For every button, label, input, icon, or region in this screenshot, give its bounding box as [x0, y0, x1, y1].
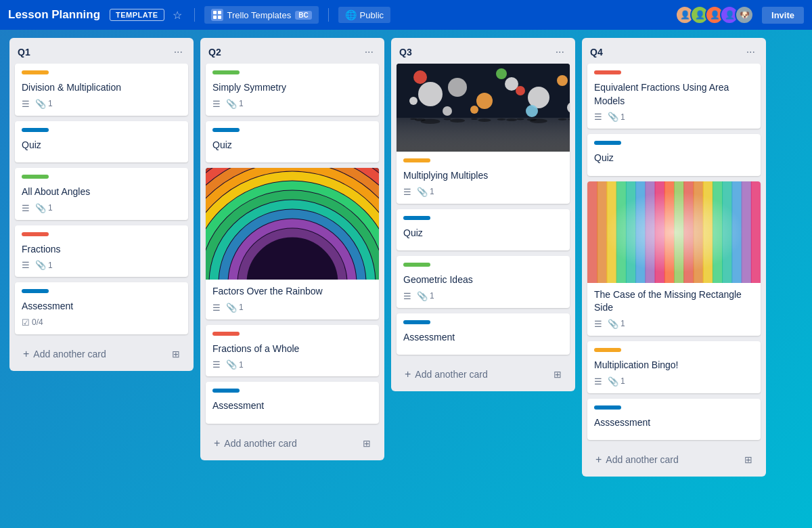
- attachment-count: 📎1: [35, 260, 53, 270]
- card[interactable]: Division & Multiplication☰📎1: [15, 64, 188, 116]
- avatar[interactable]: 🐶: [735, 5, 754, 24]
- card[interactable]: Simply Symmetry☰📎1: [206, 64, 379, 116]
- star-button[interactable]: ☆: [170, 7, 185, 23]
- card-title: Asssessment: [594, 416, 754, 430]
- card-label: [212, 389, 240, 393]
- card[interactable]: Multiplying Multiples☰📎1: [397, 64, 570, 204]
- card-label: [22, 289, 49, 293]
- card-label: [212, 70, 240, 74]
- board-title: Lesson Planning: [8, 8, 100, 22]
- svg-point-23: [470, 106, 478, 114]
- card[interactable]: Quiz: [587, 134, 761, 176]
- column-more-button[interactable]: ···: [553, 45, 567, 60]
- card-cover-spheres: [397, 64, 570, 152]
- card[interactable]: The Case of the Missing Rectangle Side☰📎…: [587, 181, 761, 336]
- add-card-label: Add another card: [224, 438, 296, 449]
- svg-point-6: [450, 118, 465, 123]
- card[interactable]: Quiz: [15, 121, 188, 163]
- card[interactable]: All About Angles☰📎1: [15, 168, 188, 220]
- description-icon: ☰: [212, 303, 221, 313]
- attachment-count: 📎1: [608, 376, 625, 387]
- visibility-button[interactable]: 🌐 Public: [338, 7, 390, 23]
- card-title: Equivalent Fractions Using Area Models: [594, 81, 754, 108]
- card[interactable]: Fractions of a Whole☰📎1: [206, 325, 379, 377]
- archive-icon: ⊞: [554, 369, 562, 380]
- add-card-button[interactable]: +Add another card⊞: [397, 363, 570, 386]
- svg-point-22: [443, 118, 451, 120]
- svg-point-20: [527, 118, 537, 121]
- svg-point-8: [478, 118, 491, 122]
- card[interactable]: Asssessment: [587, 399, 761, 441]
- archive-icon: ⊞: [363, 438, 371, 449]
- card-label: [594, 141, 621, 145]
- card-label: [403, 216, 430, 220]
- description-icon: ☰: [22, 203, 30, 213]
- svg-point-3: [418, 82, 443, 106]
- svg-point-15: [413, 70, 427, 84]
- card[interactable]: Fractions☰📎1: [15, 225, 188, 278]
- card-label: [22, 128, 49, 132]
- checklist-progress: ☑0/4: [22, 317, 43, 328]
- cards-container: Equivalent Fractions Using Area Models☰📎…: [582, 64, 766, 445]
- add-card-button[interactable]: +Add another card⊞: [15, 343, 188, 366]
- card-title: Assessment: [22, 300, 181, 313]
- card-label: [212, 332, 240, 336]
- description-icon: ☰: [594, 376, 602, 387]
- description-icon: ☰: [212, 99, 221, 109]
- card-label: [594, 348, 621, 352]
- card[interactable]: Multiplication Bingo!☰📎1: [587, 341, 761, 393]
- card-label: [22, 232, 49, 236]
- card-label: [594, 405, 621, 410]
- workspace-icon: [211, 9, 223, 21]
- add-card-button[interactable]: +Add another card⊞: [587, 448, 761, 471]
- card-label: [22, 70, 49, 74]
- card-title: All About Angles: [22, 185, 181, 199]
- column-more-button[interactable]: ···: [362, 45, 376, 60]
- card-title: Multiplication Bingo!: [594, 359, 754, 372]
- card[interactable]: Factors Over the Rainbow☰📎1: [206, 168, 379, 320]
- card[interactable]: Assessment: [397, 313, 570, 355]
- svg-point-10: [506, 118, 517, 121]
- card-label: [594, 70, 621, 74]
- column-more-button[interactable]: ···: [171, 45, 185, 60]
- plus-icon: +: [595, 454, 602, 466]
- add-card-button[interactable]: +Add another card⊞: [206, 432, 379, 455]
- card-cover-rainbow: [206, 168, 379, 280]
- svg-point-18: [497, 118, 506, 120]
- svg-point-14: [558, 118, 567, 120]
- card-title: Quiz: [22, 139, 181, 152]
- description-icon: ☰: [22, 260, 30, 270]
- workspace-button[interactable]: Trello Templates BC: [204, 6, 319, 24]
- card[interactable]: Equivalent Fractions Using Area Models☰📎…: [587, 64, 761, 129]
- attachment-count: 📎1: [226, 303, 244, 313]
- svg-point-17: [496, 68, 507, 79]
- card-title: Geometric Ideas: [403, 273, 563, 287]
- invite-button[interactable]: Invite: [762, 7, 804, 24]
- card-cover-corridor: [587, 181, 761, 283]
- card-title: Assessment: [212, 399, 372, 413]
- column-title: Q4: [590, 47, 603, 58]
- workspace-name: Trello Templates: [227, 10, 292, 20]
- add-card-label: Add another card: [33, 349, 106, 359]
- card-title: Division & Multiplication: [22, 81, 181, 95]
- column-q4: Q4···Equivalent Fractions Using Area Mod…: [582, 38, 766, 477]
- attachment-count: 📎1: [226, 359, 244, 370]
- header-divider: [194, 8, 195, 22]
- description-icon: ☰: [594, 319, 602, 329]
- card-label: [22, 175, 49, 179]
- column-more-button[interactable]: ···: [744, 45, 758, 60]
- svg-point-19: [526, 105, 538, 117]
- card[interactable]: Assessment☑0/4: [15, 282, 188, 334]
- card[interactable]: Quiz: [206, 121, 379, 163]
- svg-point-21: [443, 106, 452, 116]
- card[interactable]: Quiz: [397, 209, 570, 251]
- add-card-label: Add another card: [606, 454, 678, 465]
- avatar-group: 👤 👤 👤 👤 🐶: [675, 5, 754, 24]
- attachment-count: 📎1: [226, 99, 244, 109]
- card[interactable]: Geometric Ideas☰📎1: [397, 256, 570, 308]
- template-badge[interactable]: TEMPLATE: [110, 9, 164, 21]
- column-q1: Q1···Division & Multiplication☰📎1QuizAll…: [9, 38, 194, 371]
- column-title: Q2: [208, 47, 221, 58]
- svg-point-27: [409, 97, 418, 105]
- card[interactable]: Assessment: [206, 382, 379, 424]
